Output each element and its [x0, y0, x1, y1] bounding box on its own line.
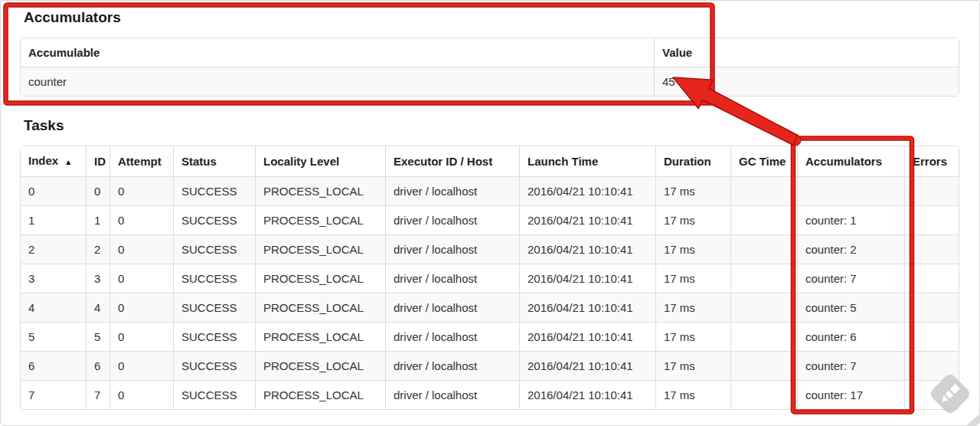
- cell-status: SUCCESS: [174, 177, 256, 206]
- cell-launch-time: 2016/04/21 10:10:41: [520, 323, 656, 352]
- cell-launch-time: 2016/04/21 10:10:41: [520, 206, 656, 235]
- cell-status: SUCCESS: [174, 235, 256, 264]
- cell-id: 7: [87, 381, 110, 409]
- cell-locality-level: PROCESS_LOCAL: [256, 206, 386, 235]
- cell-attempt: 0: [110, 381, 174, 409]
- cell-index: 2: [21, 235, 87, 264]
- cell-accumulators: counter: 2: [798, 235, 905, 264]
- cell-errors: [905, 206, 959, 235]
- accumulators-table: AccumulableValue counter45: [20, 38, 959, 97]
- cell-duration: 17 ms: [656, 381, 731, 409]
- cell-accumulable: counter: [21, 67, 655, 96]
- col-header-errors[interactable]: Errors: [905, 146, 959, 177]
- cell-attempt: 0: [110, 352, 174, 381]
- col-header-index[interactable]: Index▲: [21, 146, 87, 177]
- cell-launch-time: 2016/04/21 10:10:41: [520, 381, 656, 409]
- cell-executor-id-host: driver / localhost: [386, 323, 520, 352]
- accumulators-section-title: Accumulators: [24, 1, 959, 26]
- accumulators-table-header-row: AccumulableValue: [21, 38, 959, 67]
- col-header-accumulable: Accumulable: [21, 38, 655, 67]
- cell-gc-time: [731, 381, 798, 409]
- cell-index: 7: [21, 381, 87, 409]
- cell-duration: 17 ms: [656, 235, 731, 264]
- cell-launch-time: 2016/04/21 10:10:41: [520, 235, 656, 264]
- cell-id: 6: [87, 352, 110, 381]
- cell-executor-id-host: driver / localhost: [386, 206, 520, 235]
- tasks-table-header-row: Index▲IDAttemptStatusLocality LevelExecu…: [21, 146, 959, 177]
- cell-attempt: 0: [110, 235, 174, 264]
- cell-executor-id-host: driver / localhost: [386, 177, 520, 206]
- cell-gc-time: [731, 352, 798, 381]
- table-row: 330SUCCESSPROCESS_LOCALdriver / localhos…: [21, 264, 959, 293]
- cell-executor-id-host: driver / localhost: [386, 264, 520, 293]
- cell-errors: [905, 381, 959, 409]
- cell-id: 3: [87, 264, 110, 293]
- cell-status: SUCCESS: [174, 206, 256, 235]
- cell-errors: [905, 177, 959, 206]
- cell-locality-level: PROCESS_LOCAL: [256, 177, 386, 206]
- cell-status: SUCCESS: [174, 381, 256, 409]
- cell-gc-time: [731, 235, 798, 264]
- table-row: 000SUCCESSPROCESS_LOCALdriver / localhos…: [21, 177, 959, 206]
- cell-launch-time: 2016/04/21 10:10:41: [520, 177, 656, 206]
- cell-gc-time: [731, 323, 798, 352]
- cell-status: SUCCESS: [174, 323, 256, 352]
- cell-gc-time: [731, 177, 798, 206]
- cell-launch-time: 2016/04/21 10:10:41: [520, 264, 656, 293]
- cell-value: 45: [655, 67, 959, 96]
- cell-accumulators: counter: 1: [798, 206, 905, 235]
- col-header-attempt[interactable]: Attempt: [110, 146, 174, 177]
- table-row: 660SUCCESSPROCESS_LOCALdriver / localhos…: [21, 352, 959, 381]
- cell-locality-level: PROCESS_LOCAL: [256, 235, 386, 264]
- cell-errors: [905, 352, 959, 381]
- cell-locality-level: PROCESS_LOCAL: [256, 352, 386, 381]
- cell-attempt: 0: [110, 323, 174, 352]
- cell-id: 2: [87, 235, 110, 264]
- cell-accumulators: counter: 7: [798, 352, 905, 381]
- cell-locality-level: PROCESS_LOCAL: [256, 264, 386, 293]
- cell-accumulators: counter: 7: [798, 264, 905, 293]
- corner-fold-decoration: [965, 413, 980, 426]
- cell-gc-time: [731, 264, 798, 293]
- col-header-locality-level[interactable]: Locality Level: [256, 146, 386, 177]
- col-header-launch-time[interactable]: Launch Time: [520, 146, 656, 177]
- table-row: 110SUCCESSPROCESS_LOCALdriver / localhos…: [21, 206, 959, 235]
- cell-status: SUCCESS: [174, 293, 256, 323]
- table-row: counter45: [21, 67, 959, 96]
- cell-id: 1: [87, 206, 110, 235]
- cell-attempt: 0: [110, 293, 174, 323]
- table-row: 440SUCCESSPROCESS_LOCALdriver / localhos…: [21, 293, 959, 323]
- table-row: 220SUCCESSPROCESS_LOCALdriver / localhos…: [21, 235, 959, 264]
- cell-executor-id-host: driver / localhost: [386, 352, 520, 381]
- main-content: Accumulators AccumulableValue counter45 …: [20, 1, 959, 410]
- cell-duration: 17 ms: [656, 177, 731, 206]
- cell-duration: 17 ms: [656, 206, 731, 235]
- cell-launch-time: 2016/04/21 10:10:41: [520, 352, 656, 381]
- cell-executor-id-host: driver / localhost: [386, 235, 520, 264]
- cell-status: SUCCESS: [174, 352, 256, 381]
- col-header-gc-time[interactable]: GC Time: [731, 146, 798, 177]
- cell-gc-time: [731, 206, 798, 235]
- col-header-id[interactable]: ID: [87, 146, 110, 177]
- cell-executor-id-host: driver / localhost: [386, 381, 520, 409]
- cell-index: 0: [21, 177, 87, 206]
- cell-errors: [905, 264, 959, 293]
- col-header-status[interactable]: Status: [174, 146, 256, 177]
- cell-status: SUCCESS: [174, 264, 256, 293]
- col-header-duration[interactable]: Duration: [656, 146, 731, 177]
- cell-id: 5: [87, 323, 110, 352]
- cell-launch-time: 2016/04/21 10:10:41: [520, 293, 656, 323]
- cell-index: 6: [21, 352, 87, 381]
- cell-errors: [905, 293, 959, 323]
- cell-duration: 17 ms: [656, 323, 731, 352]
- col-header-accumulators[interactable]: Accumulators: [798, 146, 905, 177]
- cell-locality-level: PROCESS_LOCAL: [256, 381, 386, 409]
- cell-id: 4: [87, 293, 110, 323]
- cell-accumulators: counter: 6: [798, 323, 905, 352]
- cell-duration: 17 ms: [656, 264, 731, 293]
- cell-executor-id-host: driver / localhost: [386, 293, 520, 323]
- cell-gc-time: [731, 293, 798, 323]
- col-header-executor-id-host[interactable]: Executor ID / Host: [386, 146, 520, 177]
- cell-index: 3: [21, 264, 87, 293]
- spark-ui-screenshot: Accumulators AccumulableValue counter45 …: [0, 0, 980, 426]
